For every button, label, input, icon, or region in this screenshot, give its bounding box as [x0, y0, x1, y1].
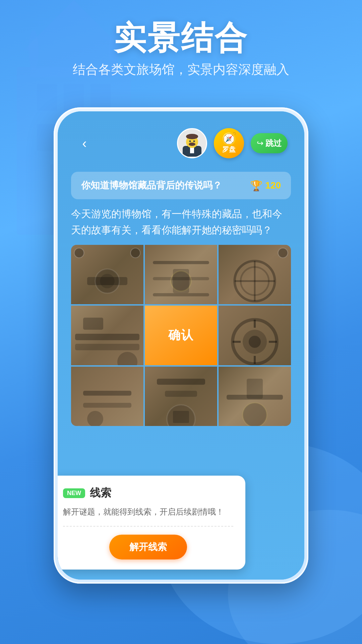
phone-inner: ‹	[58, 111, 304, 580]
svg-rect-3	[37, 84, 57, 111]
clue-card: NEW 线索 解开谜题，就能得到线索，开启后续剧情哦！ 解开线索	[58, 476, 245, 570]
clue-title: 线索	[90, 486, 111, 500]
svg-rect-53	[157, 379, 205, 385]
trophy-icon: 🏆	[250, 180, 262, 192]
svg-rect-41	[83, 318, 103, 330]
svg-rect-38	[75, 334, 139, 340]
svg-point-52	[87, 411, 103, 426]
sub-title: 结合各类文旅场馆，实景内容深度融入	[0, 61, 362, 78]
svg-rect-5	[90, 84, 111, 111]
nav-right: 🧭 罗盘 ↪ 跳过	[177, 128, 288, 158]
puzzle-cell-center[interactable]: 确认	[145, 306, 217, 365]
svg-rect-4	[64, 84, 84, 111]
score-badge: 🏆 120	[250, 180, 281, 192]
svg-point-21	[74, 248, 84, 258]
puzzle-cell-bm[interactable]	[145, 367, 217, 426]
svg-point-18	[189, 143, 195, 146]
svg-rect-54	[165, 391, 197, 397]
new-badge: NEW	[63, 488, 85, 498]
svg-point-32	[278, 248, 288, 258]
confirm-button-text: 确认	[168, 327, 194, 343]
svg-point-26	[100, 274, 114, 288]
svg-rect-56	[173, 411, 189, 423]
svg-rect-50	[83, 391, 131, 395]
score-value: 120	[265, 180, 281, 191]
svg-point-17	[186, 134, 198, 139]
svg-rect-39	[75, 344, 139, 350]
clue-header: NEW 线索	[63, 486, 233, 500]
svg-point-22	[131, 248, 140, 258]
svg-point-20	[193, 141, 195, 142]
svg-point-59	[243, 403, 267, 426]
skip-label: 跳过	[265, 138, 282, 149]
svg-rect-60	[247, 379, 263, 399]
puzzle-cell-mr[interactable]	[219, 306, 291, 365]
puzzle-cell-tl[interactable]	[71, 245, 143, 304]
puzzle-cell-tr[interactable]	[219, 245, 291, 304]
description-text: 今天游览的博物馆，有一件特殊的藏品，也和今天的故事有关，看看你能解开她的秘密吗吗…	[71, 206, 291, 238]
svg-rect-51	[83, 403, 131, 408]
compass-icon: 🧭	[222, 133, 237, 145]
skip-arrow-icon: ↪	[257, 139, 263, 148]
svg-rect-29	[153, 293, 209, 297]
svg-rect-31	[173, 269, 189, 293]
svg-point-40	[117, 352, 137, 365]
question-text: 你知道博物馆藏品背后的传说吗？	[81, 179, 222, 192]
avatar-image	[179, 130, 205, 157]
svg-point-44	[249, 336, 261, 348]
avatar[interactable]	[177, 128, 207, 158]
svg-rect-27	[153, 261, 209, 264]
question-card: 你知道博物馆藏品背后的传说吗？ 🏆 120	[71, 172, 291, 199]
back-icon: ‹	[82, 136, 86, 151]
phone-screen: ‹	[58, 111, 304, 580]
clue-description: 解开谜题，就能得到线索，开启后续剧情哦！	[63, 506, 233, 518]
nav-bar: ‹	[58, 111, 304, 165]
puzzle-grid: 确认	[71, 245, 291, 426]
svg-point-19	[189, 141, 191, 142]
puzzle-cell-br[interactable]	[219, 367, 291, 426]
compass-button[interactable]: 🧭 罗盘	[214, 128, 244, 158]
unlock-clue-button[interactable]: 解开线索	[109, 535, 187, 559]
skip-button[interactable]: ↪ 跳过	[251, 133, 288, 153]
header-section: 实景结合 结合各类文旅场馆，实景内容深度融入	[0, 20, 362, 78]
compass-label: 罗盘	[222, 145, 236, 154]
page-background: 实景结合 结合各类文旅场馆，实景内容深度融入 ‹	[0, 0, 362, 644]
puzzle-cell-tm[interactable]	[145, 245, 217, 304]
clue-divider	[63, 526, 233, 527]
puzzle-cell-bl[interactable]	[71, 367, 143, 426]
puzzle-cell-ml[interactable]	[71, 306, 143, 365]
main-title: 实景结合	[0, 20, 362, 56]
back-button[interactable]: ‹	[74, 133, 95, 153]
phone-mockup: ‹	[54, 107, 308, 584]
